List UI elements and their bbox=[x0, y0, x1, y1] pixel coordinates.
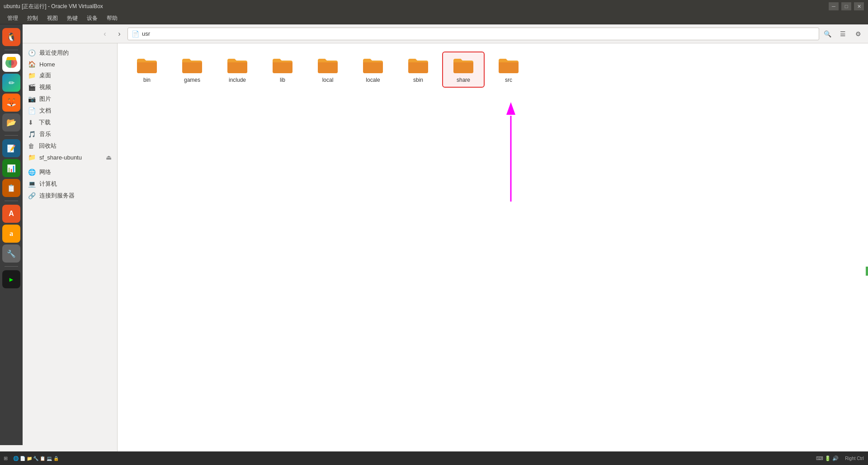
sidebar-item-downloads[interactable]: ⬇ 下载 bbox=[23, 117, 117, 128]
folder-bin[interactable]: bin bbox=[127, 52, 167, 87]
menu-help[interactable]: 帮助 bbox=[103, 14, 121, 23]
dock-impress[interactable]: 📋 bbox=[2, 179, 20, 197]
path-file-icon: 📄 bbox=[132, 30, 139, 38]
maximize-button[interactable]: □ bbox=[841, 2, 852, 11]
window-controls: ─ □ ✕ bbox=[828, 2, 864, 11]
annotation-arrow bbox=[118, 43, 868, 465]
dock-separator-2 bbox=[5, 135, 18, 136]
taskbar-items: ⊞ 🌐 📄 📁 🔧 📋 💻 🔒 bbox=[4, 456, 814, 461]
sidebar-item-videos[interactable]: 🎬 视频 bbox=[23, 81, 117, 93]
sidebar-item-documents[interactable]: 📄 文档 bbox=[23, 105, 117, 117]
dock-separator-1 bbox=[5, 50, 18, 50]
menu-control[interactable]: 控制 bbox=[24, 14, 42, 23]
dock-tools[interactable]: 🔧 bbox=[2, 244, 20, 263]
recent-icon: 🕐 bbox=[28, 49, 36, 56]
folder-src-icon bbox=[498, 56, 519, 74]
sidebar-item-music[interactable]: 🎵 音乐 bbox=[23, 128, 117, 140]
sidebar-item-pictures[interactable]: 📷 图片 bbox=[23, 93, 117, 105]
forward-button[interactable]: › bbox=[113, 28, 126, 40]
dock-firefox[interactable]: 🦊 bbox=[2, 94, 20, 112]
folder-lib-icon bbox=[272, 56, 293, 74]
folder-share[interactable]: share bbox=[443, 52, 484, 87]
sidebar-label-connect-server: 连接到服务器 bbox=[39, 192, 75, 200]
dock-libreoffice[interactable]: ✏ bbox=[2, 74, 20, 92]
content-area: 🕐 最近使用的 🏠 Home 📁 桌面 🎬 视频 📷 图片 📄 文档 bbox=[0, 43, 868, 465]
dock-ubuntu[interactable]: 🐧 bbox=[2, 28, 20, 46]
folder-include-icon bbox=[226, 56, 248, 74]
sidebar-item-connect-server[interactable]: 🔗 连接到服务器 bbox=[23, 190, 117, 202]
dock-files[interactable]: 📂 bbox=[2, 113, 20, 132]
downloads-icon: ⬇ bbox=[28, 119, 35, 126]
sidebar-item-desktop[interactable]: 📁 桌面 bbox=[23, 70, 117, 81]
menu-manage[interactable]: 管理 bbox=[4, 14, 22, 23]
settings-button[interactable]: ⚙ bbox=[852, 28, 864, 40]
sidebar-label-documents: 文档 bbox=[39, 107, 51, 115]
trash-icon: 🗑 bbox=[28, 142, 35, 150]
dock-separator-3 bbox=[5, 201, 18, 201]
folder-include[interactable]: include bbox=[217, 52, 258, 87]
sidebar-label-downloads: 下载 bbox=[39, 118, 51, 127]
sidebar-item-trash[interactable]: 🗑 回收站 bbox=[23, 140, 117, 152]
dock-typeA[interactable]: A bbox=[2, 205, 20, 223]
folder-local[interactable]: local bbox=[307, 52, 348, 87]
dock-amazon[interactable]: a bbox=[2, 225, 20, 243]
sidebar-label-network: 网络 bbox=[39, 168, 51, 176]
sidebar-label-trash: 回收站 bbox=[39, 142, 57, 150]
sidebar-item-recent[interactable]: 🕐 最近使用的 bbox=[23, 47, 117, 59]
videos-icon: 🎬 bbox=[28, 84, 36, 91]
view-options-button[interactable]: ☰ bbox=[836, 28, 849, 40]
path-bar[interactable]: 📄 usr bbox=[127, 28, 819, 40]
folder-locale[interactable]: locale bbox=[353, 52, 393, 87]
sidebar-item-home[interactable]: 🏠 Home bbox=[23, 59, 117, 70]
folder-local-icon bbox=[317, 56, 339, 74]
back-button[interactable]: ‹ bbox=[99, 28, 111, 40]
network-icon: 🌐 bbox=[28, 169, 36, 176]
sidebar-label-pictures: 图片 bbox=[39, 95, 51, 103]
menu-devices[interactable]: 设备 bbox=[83, 14, 101, 23]
folder-sbin-icon bbox=[407, 56, 429, 74]
eject-button[interactable]: ⏏ bbox=[106, 154, 112, 161]
folder-local-label: local bbox=[322, 77, 334, 83]
dock-terminal[interactable]: ▶ bbox=[2, 270, 20, 288]
sidebar-item-network[interactable]: 🌐 网络 bbox=[23, 166, 117, 178]
folder-games-icon bbox=[181, 56, 203, 74]
folder-locale-label: locale bbox=[366, 77, 380, 83]
dock-writer[interactable]: 📝 bbox=[2, 139, 20, 157]
sidebar-item-computer[interactable]: 💻 计算机 bbox=[23, 178, 117, 190]
minimize-button[interactable]: ─ bbox=[828, 2, 839, 11]
sidebar: 🕐 最近使用的 🏠 Home 📁 桌面 🎬 视频 📷 图片 📄 文档 bbox=[23, 43, 118, 465]
folder-lib[interactable]: lib bbox=[262, 52, 303, 87]
folder-sbin[interactable]: sbin bbox=[398, 52, 439, 87]
folder-sbin-label: sbin bbox=[413, 77, 423, 83]
menu-bar: 管理 控制 视图 热键 设备 帮助 bbox=[0, 13, 868, 24]
dock-separator-4 bbox=[5, 266, 18, 267]
right-ctrl-indicator: Right Ctrl bbox=[841, 451, 868, 465]
sidebar-label-recent: 最近使用的 bbox=[39, 49, 69, 57]
path-text: usr bbox=[142, 30, 150, 37]
folder-bin-icon bbox=[136, 56, 158, 74]
dock-calc[interactable]: 📊 bbox=[2, 159, 20, 177]
folder-locale-icon bbox=[362, 56, 384, 74]
file-area[interactable]: bin games bbox=[118, 43, 868, 465]
close-button[interactable]: ✕ bbox=[854, 2, 864, 11]
toolbar-right: 🔍 ☰ ⚙ bbox=[821, 28, 864, 40]
taskbar-status: ⌨ 🔋 🔊 bbox=[816, 456, 839, 461]
sidebar-label-sf-share: sf_share-ubuntu bbox=[39, 154, 82, 161]
taskbar-icons: 🌐 📄 📁 🔧 📋 💻 🔒 bbox=[13, 456, 59, 461]
documents-icon: 📄 bbox=[28, 107, 36, 114]
dock-chrome[interactable] bbox=[2, 54, 20, 72]
sf-share-icon: 📁 bbox=[28, 154, 36, 161]
menu-view[interactable]: 视图 bbox=[43, 14, 61, 23]
search-button[interactable]: 🔍 bbox=[821, 28, 834, 40]
folder-src[interactable]: src bbox=[488, 52, 529, 87]
window-title: ubuntu [正在运行] - Oracle VM VirtualBox bbox=[4, 3, 103, 10]
menu-hotkeys[interactable]: 热键 bbox=[63, 14, 81, 23]
main-window: 🐧 ✏ 🦊 📂 📝 📊 📋 A a 🔧 ▶ ‹ › 📄 us bbox=[0, 24, 868, 465]
toolbar: 🐧 ✏ 🦊 📂 📝 📊 📋 A a 🔧 ▶ ‹ › 📄 us bbox=[0, 24, 868, 43]
folder-src-label: src bbox=[505, 77, 512, 83]
folder-share-icon bbox=[453, 56, 474, 74]
taskbar-spacer: ⊞ bbox=[4, 456, 8, 461]
sidebar-item-sf-share[interactable]: 📁 sf_share-ubuntu ⏏ bbox=[23, 152, 117, 163]
folder-games[interactable]: games bbox=[172, 52, 212, 87]
sidebar-label-desktop: 桌面 bbox=[39, 71, 51, 80]
